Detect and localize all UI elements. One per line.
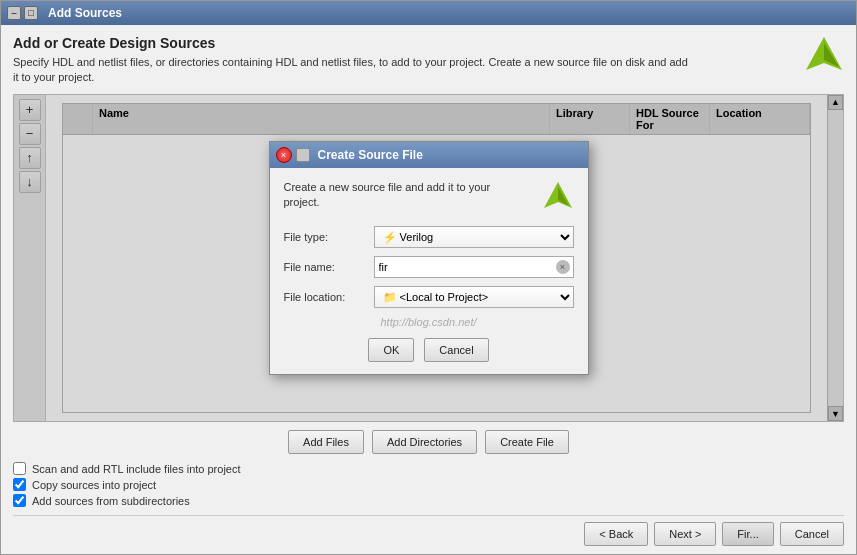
- file-type-row: File type: ⚡ Verilog VHDL SystemVerilog: [284, 226, 574, 248]
- dialog-ok-btn[interactable]: OK: [368, 338, 414, 362]
- page-title: Add or Create Design Sources: [13, 35, 693, 51]
- add-subdirs-row: Add sources from subdirectories: [13, 494, 844, 507]
- file-type-control: ⚡ Verilog VHDL SystemVerilog: [374, 226, 574, 248]
- minimize-btn[interactable]: –: [7, 6, 21, 20]
- add-directories-btn[interactable]: Add Directories: [372, 430, 477, 454]
- copy-sources-row: Copy sources into project: [13, 478, 844, 491]
- next-btn[interactable]: Next >: [654, 522, 716, 546]
- title-bar: – □ Add Sources: [1, 1, 856, 25]
- dialog-buttons: OK Cancel: [284, 338, 574, 362]
- file-name-row: File name: ×: [284, 256, 574, 278]
- scan-rtl-checkbox[interactable]: [13, 462, 26, 475]
- vivado-logo: [804, 35, 844, 75]
- file-type-label: File type:: [284, 231, 374, 243]
- dialog-cancel-btn[interactable]: Cancel: [424, 338, 488, 362]
- dialog-logo: [542, 180, 574, 212]
- dialog-min-btn[interactable]: [296, 148, 310, 162]
- create-source-dialog: × Create Source File Create a new source…: [269, 141, 589, 375]
- cancel-btn[interactable]: Cancel: [780, 522, 844, 546]
- file-name-label: File name:: [284, 261, 374, 273]
- scan-rtl-row: Scan and add RTL include files into proj…: [13, 462, 844, 475]
- title-bar-controls: – □: [7, 6, 38, 20]
- main-panel: + − ↑ ↓ Name Library HDL Source For Loca…: [13, 94, 844, 422]
- bottom-buttons: Add Files Add Directories Create File: [13, 430, 844, 454]
- checkboxes-section: Scan and add RTL include files into proj…: [13, 462, 844, 507]
- copy-sources-checkbox[interactable]: [13, 478, 26, 491]
- nav-buttons: < Back Next > Fir... Cancel: [13, 515, 844, 546]
- file-name-input[interactable]: [374, 256, 574, 278]
- file-name-control: ×: [374, 256, 574, 278]
- back-btn[interactable]: < Back: [584, 522, 648, 546]
- header-section: Add or Create Design Sources Specify HDL…: [13, 35, 844, 86]
- dialog-desc: Create a new source file and add it to y…: [284, 180, 574, 212]
- create-file-btn[interactable]: Create File: [485, 430, 569, 454]
- add-files-btn[interactable]: Add Files: [288, 430, 364, 454]
- file-location-row: File location: 📁 <Local to Project>: [284, 286, 574, 308]
- add-subdirs-label: Add sources from subdirectories: [32, 495, 190, 507]
- page-description: Specify HDL and netlist files, or direct…: [13, 55, 693, 86]
- dialog-body: Create a new source file and add it to y…: [270, 168, 588, 374]
- file-location-select[interactable]: 📁 <Local to Project>: [374, 286, 574, 308]
- file-name-input-wrapper: ×: [374, 256, 574, 278]
- file-type-select[interactable]: ⚡ Verilog VHDL SystemVerilog: [374, 226, 574, 248]
- dialog-title-bar: × Create Source File: [270, 142, 588, 168]
- content-area: Add or Create Design Sources Specify HDL…: [1, 25, 856, 554]
- watermark: http://blog.csdn.net/: [284, 316, 574, 328]
- header-text: Add or Create Design Sources Specify HDL…: [13, 35, 693, 86]
- file-location-label: File location:: [284, 291, 374, 303]
- restore-btn[interactable]: □: [24, 6, 38, 20]
- file-location-control: 📁 <Local to Project>: [374, 286, 574, 308]
- window-title: Add Sources: [48, 6, 122, 20]
- finish-btn[interactable]: Fir...: [722, 522, 773, 546]
- clear-filename-btn[interactable]: ×: [556, 260, 570, 274]
- add-subdirs-checkbox[interactable]: [13, 494, 26, 507]
- main-window: – □ Add Sources Add or Create Design Sou…: [0, 0, 857, 555]
- dialog-title: Create Source File: [318, 148, 423, 162]
- dialog-description: Create a new source file and add it to y…: [284, 180, 504, 211]
- copy-sources-label: Copy sources into project: [32, 479, 156, 491]
- modal-backdrop: × Create Source File Create a new source…: [14, 95, 843, 421]
- dialog-close-btn[interactable]: ×: [276, 147, 292, 163]
- scan-rtl-label: Scan and add RTL include files into proj…: [32, 463, 241, 475]
